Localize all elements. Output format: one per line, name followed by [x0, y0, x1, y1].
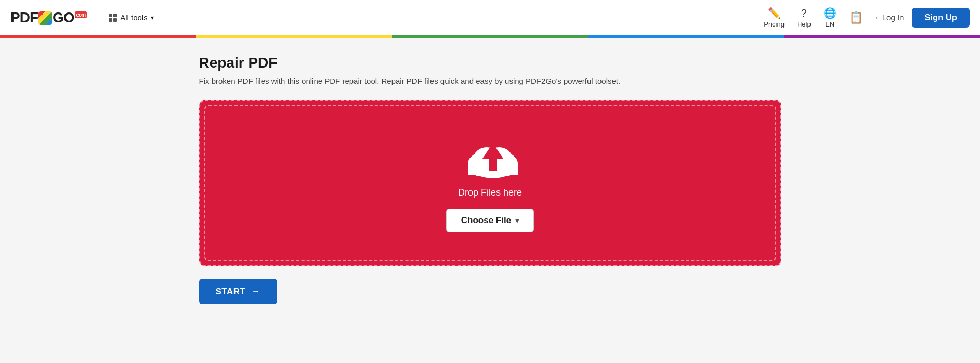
main-content: Repair PDF Fix broken PDF files with thi…: [178, 38, 802, 321]
logo-badge: com: [75, 11, 87, 18]
drop-zone-outer[interactable]: Drop Files here Choose File ▾: [199, 100, 781, 266]
logo[interactable]: PDFGOcom: [10, 9, 87, 26]
choose-file-chevron-icon: ▾: [515, 216, 519, 225]
logo-text: PDFGOcom: [10, 9, 87, 26]
logo-square-icon: [38, 11, 52, 25]
choose-file-button[interactable]: Choose File ▾: [446, 209, 534, 232]
all-tools-button[interactable]: All tools ▾: [102, 9, 160, 26]
login-arrow-icon: →: [871, 13, 879, 22]
pricing-icon: ✏️: [768, 7, 781, 19]
history-icon: 📋: [849, 11, 863, 24]
language-icon: 🌐: [824, 7, 837, 19]
grid-icon: [109, 14, 117, 22]
page-description: Fix broken PDF files with this online PD…: [199, 76, 781, 85]
login-label: Log In: [882, 13, 904, 22]
logo-go: GO: [53, 9, 74, 25]
signup-button[interactable]: Sign Up: [912, 8, 970, 28]
cloud-upload-icon: [462, 134, 519, 178]
chevron-down-icon: ▾: [151, 14, 154, 21]
nav-item-pricing[interactable]: ✏️ Pricing: [764, 7, 785, 28]
login-button[interactable]: → Log In: [863, 9, 912, 26]
nav-item-language[interactable]: 🌐 EN: [824, 7, 837, 28]
drop-text: Drop Files here: [458, 187, 522, 198]
pricing-label: Pricing: [764, 20, 785, 28]
nav-item-help[interactable]: ? Help: [797, 7, 811, 28]
help-label: Help: [797, 20, 811, 28]
logo-pdf: PDF: [10, 9, 38, 25]
signup-label: Sign Up: [924, 13, 957, 22]
start-button[interactable]: START →: [199, 279, 277, 304]
language-label: EN: [825, 20, 834, 28]
nav-items: ✏️ Pricing ? Help 🌐 EN 📋: [764, 7, 863, 28]
header: PDFGOcom All tools ▾ ✏️ Pricing ? Help 🌐…: [0, 0, 980, 35]
start-label: START: [216, 287, 246, 297]
nav-item-history[interactable]: 📋: [849, 11, 863, 24]
choose-file-label: Choose File: [461, 215, 511, 226]
help-icon: ?: [801, 7, 807, 19]
page-title: Repair PDF: [199, 55, 781, 71]
all-tools-label: All tools: [120, 13, 148, 22]
drop-zone-inner[interactable]: Drop Files here Choose File ▾: [204, 105, 776, 261]
arrow-right-icon: →: [251, 286, 260, 297]
